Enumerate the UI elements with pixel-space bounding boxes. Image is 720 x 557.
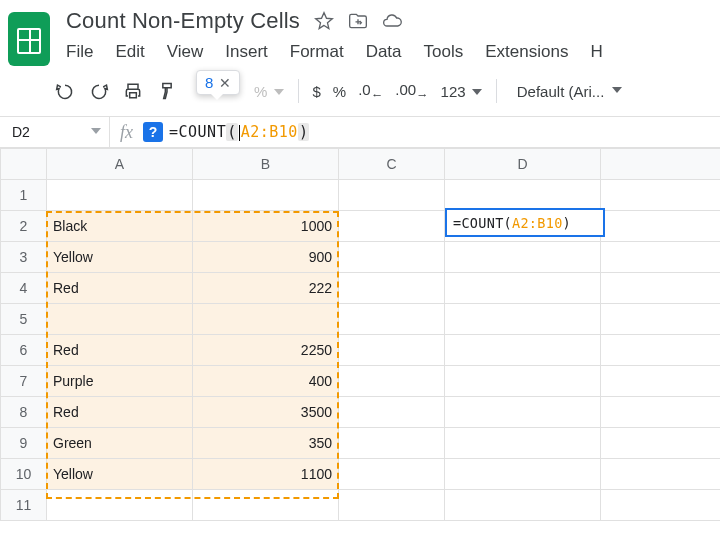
menu-tools[interactable]: Tools: [424, 42, 464, 62]
formula-bar[interactable]: =COUNT(A2:B10): [169, 123, 309, 141]
increase-decimal-button[interactable]: .00→: [391, 81, 432, 102]
font-dropdown[interactable]: Default (Ari...: [517, 83, 623, 100]
cell-D2[interactable]: [445, 211, 601, 242]
cell-B10[interactable]: 1100: [193, 459, 339, 490]
cell-A2[interactable]: Black: [47, 211, 193, 242]
menu-bar: File Edit View Insert Format Data Tools …: [66, 42, 603, 62]
currency-button[interactable]: $: [309, 83, 325, 100]
cell-B8[interactable]: 3500: [193, 397, 339, 428]
percent-button[interactable]: %: [329, 83, 350, 100]
cell-B4[interactable]: 222: [193, 273, 339, 304]
print-button[interactable]: [118, 76, 148, 106]
row-header-8[interactable]: 8: [1, 397, 47, 428]
sheets-logo: [8, 12, 50, 66]
cell-B6[interactable]: 2250: [193, 335, 339, 366]
row-header-7[interactable]: 7: [1, 366, 47, 397]
col-header-blank[interactable]: [601, 149, 721, 180]
menu-format[interactable]: Format: [290, 42, 344, 62]
formula-row: D2 fx ? =COUNT(A2:B10): [0, 116, 720, 148]
cell-D1[interactable]: [445, 180, 601, 211]
row-header-11[interactable]: 11: [1, 490, 47, 521]
move-icon[interactable]: [348, 11, 368, 31]
star-icon[interactable]: [314, 11, 334, 31]
formula-preview-tooltip: 8 ✕: [196, 70, 240, 95]
spreadsheet-grid[interactable]: A B C D 1 2Black1000 3Yellow900 4Red222 …: [0, 148, 720, 521]
row-header-6[interactable]: 6: [1, 335, 47, 366]
cell-A1[interactable]: [47, 180, 193, 211]
undo-button[interactable]: [50, 76, 80, 106]
menu-edit[interactable]: Edit: [115, 42, 144, 62]
row-header-1[interactable]: 1: [1, 180, 47, 211]
cell-B2[interactable]: 1000: [193, 211, 339, 242]
name-box[interactable]: D2: [0, 117, 110, 147]
cell-A4[interactable]: Red: [47, 273, 193, 304]
formula-preview-value: 8: [205, 74, 213, 91]
row-header-4[interactable]: 4: [1, 273, 47, 304]
menu-extensions[interactable]: Extensions: [485, 42, 568, 62]
cell-A8[interactable]: Red: [47, 397, 193, 428]
text-cursor: [239, 125, 240, 141]
menu-file[interactable]: File: [66, 42, 93, 62]
row-header-9[interactable]: 9: [1, 428, 47, 459]
cell-A6[interactable]: Red: [47, 335, 193, 366]
more-formats-dropdown[interactable]: 123: [437, 83, 486, 100]
cloud-icon[interactable]: [382, 11, 402, 31]
col-header-C[interactable]: C: [339, 149, 445, 180]
cell-B9[interactable]: 350: [193, 428, 339, 459]
cell-B3[interactable]: 900: [193, 242, 339, 273]
toolbar: 8 ✕ % $ % .0← .00→ 123 Default (Ari...: [0, 66, 720, 116]
row-header-3[interactable]: 3: [1, 242, 47, 273]
cell-B1[interactable]: [193, 180, 339, 211]
col-header-A[interactable]: A: [47, 149, 193, 180]
cell-C1[interactable]: [339, 180, 445, 211]
cell-B7[interactable]: 400: [193, 366, 339, 397]
cell-A5[interactable]: [47, 304, 193, 335]
cell-A9[interactable]: Green: [47, 428, 193, 459]
fx-icon: fx: [110, 122, 143, 143]
row-header-5[interactable]: 5: [1, 304, 47, 335]
cell-A10[interactable]: Yellow: [47, 459, 193, 490]
menu-insert[interactable]: Insert: [225, 42, 268, 62]
menu-help[interactable]: H: [590, 42, 602, 62]
row-header-2[interactable]: 2: [1, 211, 47, 242]
decrease-decimal-button[interactable]: .0←: [354, 81, 387, 102]
header: Count Non-Empty Cells File Edit View Ins…: [0, 0, 720, 66]
formula-help-icon[interactable]: ?: [143, 122, 163, 142]
cell-C2[interactable]: [339, 211, 445, 242]
select-all-corner[interactable]: [1, 149, 47, 180]
name-box-value: D2: [12, 124, 30, 140]
zoom-dropdown[interactable]: %: [250, 83, 288, 100]
redo-button[interactable]: [84, 76, 114, 106]
col-header-D[interactable]: D: [445, 149, 601, 180]
cell-A3[interactable]: Yellow: [47, 242, 193, 273]
col-header-B[interactable]: B: [193, 149, 339, 180]
cell-A7[interactable]: Purple: [47, 366, 193, 397]
cell-B5[interactable]: [193, 304, 339, 335]
menu-view[interactable]: View: [167, 42, 204, 62]
row-header-10[interactable]: 10: [1, 459, 47, 490]
menu-data[interactable]: Data: [366, 42, 402, 62]
doc-title[interactable]: Count Non-Empty Cells: [66, 8, 300, 34]
paint-format-button[interactable]: [152, 76, 182, 106]
close-icon[interactable]: ✕: [219, 75, 231, 91]
